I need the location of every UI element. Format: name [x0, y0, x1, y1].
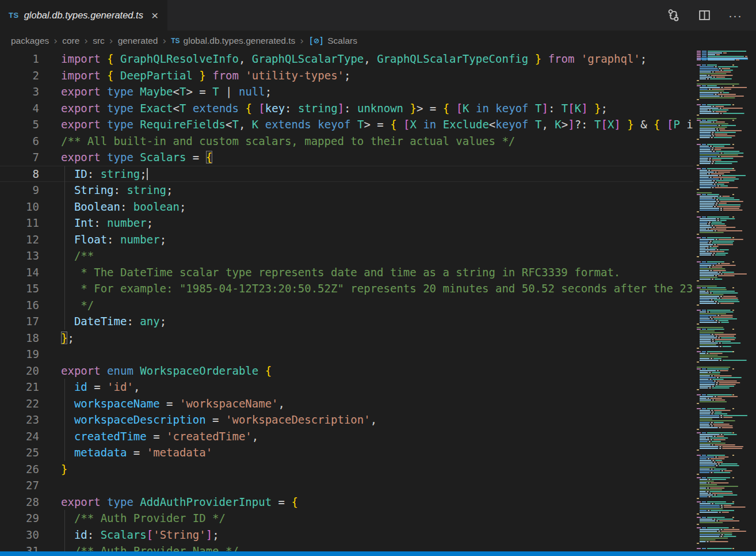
tab-bar: TS global.db.types.generated.ts ×	[0, 0, 756, 31]
code-line[interactable]: 11 Int: number;	[0, 215, 693, 231]
breadcrumb-item-core[interactable]: core	[62, 36, 79, 46]
line-number: 25	[0, 444, 39, 461]
line-number: 5	[0, 116, 39, 133]
code-line[interactable]: 29 /** Auth Provider ID */	[0, 510, 693, 527]
code-line[interactable]: 27	[0, 477, 693, 494]
code-line[interactable]: 7export type Scalars = {	[0, 149, 693, 166]
line-number: 9	[0, 182, 39, 199]
line-number: 19	[0, 346, 39, 363]
line-number: 17	[0, 313, 39, 330]
more-actions-icon[interactable]: ···	[728, 9, 742, 22]
breadcrumb-separator: ›	[84, 35, 88, 47]
code-line[interactable]: 4export type Exact<T extends { [key: str…	[0, 100, 693, 117]
line-content: workspaceName = 'workspaceName',	[61, 395, 285, 412]
line-number: 4	[0, 100, 39, 117]
code-line[interactable]: 3export type Maybe<T> = T | null;	[0, 83, 693, 100]
close-icon[interactable]: ×	[151, 9, 158, 21]
line-content: DateTime: any;	[61, 313, 166, 330]
line-content: export type AddAuthProviderInput = {	[61, 494, 298, 511]
breadcrumb-item-scalars[interactable]: [⊘] Scalars	[308, 36, 357, 46]
line-content: /** All built-in and custom scalars, map…	[61, 133, 515, 150]
code-line[interactable]: 2import { DeepPartial } from 'utility-ty…	[0, 67, 693, 84]
code-line[interactable]: 13 /**	[0, 247, 693, 264]
line-content: export type Exact<T extends { [key: stri…	[61, 100, 608, 117]
line-number: 30	[0, 527, 39, 543]
code-line[interactable]: 12 Float: number;	[0, 231, 693, 248]
line-content: import { DeepPartial } from 'utility-typ…	[61, 67, 350, 84]
line-number: 3	[0, 83, 39, 100]
code-line[interactable]: 5export type RequireFields<T, K extends …	[0, 116, 693, 133]
code-line[interactable]: 9 String: string;	[0, 182, 693, 199]
line-content: * The DateTime scalar type represents da…	[61, 264, 620, 281]
typescript-file-icon: TS	[171, 37, 180, 45]
code-line[interactable]: 22 workspaceName = 'workspaceName',	[0, 395, 693, 412]
line-content: workspaceDescription = 'workspaceDescrip…	[61, 412, 377, 428]
breadcrumb-item-generated[interactable]: generated	[118, 36, 158, 46]
line-number: 31	[0, 543, 39, 551]
line-content: Boolean: boolean;	[61, 199, 186, 215]
line-number: 7	[0, 149, 39, 166]
breadcrumb-separator: ›	[109, 35, 113, 47]
line-number: 18	[0, 330, 39, 346]
line-content: id: Scalars['String'];	[61, 527, 219, 543]
line-content: /**	[61, 247, 94, 264]
line-number: 27	[0, 477, 39, 494]
code-line[interactable]: 30 id: Scalars['String'];	[0, 527, 693, 543]
code-line[interactable]: 10 Boolean: boolean;	[0, 199, 693, 215]
code-line[interactable]: 14 * The DateTime scalar type represents…	[0, 264, 693, 281]
text-cursor	[147, 168, 148, 180]
line-number: 15	[0, 280, 39, 297]
line-content: */	[61, 297, 94, 314]
tab-global-db-types[interactable]: TS global.db.types.generated.ts ×	[0, 0, 167, 31]
breadcrumb-item-src[interactable]: src	[93, 36, 105, 46]
code-line[interactable]: 8 ID: string;	[0, 166, 693, 182]
split-editor-icon[interactable]	[697, 9, 711, 22]
line-content: id = 'id',	[61, 379, 140, 395]
editor-actions: ···	[666, 0, 756, 31]
line-content: }	[61, 461, 67, 478]
code-line[interactable]: 25 metadata = 'metadata'	[0, 444, 693, 461]
code-line[interactable]: 26}	[0, 461, 693, 478]
line-number: 10	[0, 199, 39, 215]
line-content: /** Auth Provider ID */	[61, 510, 226, 527]
code-line[interactable]: 31 /** Auth Provider Name */	[0, 543, 693, 551]
code-line[interactable]: 28export type AddAuthProviderInput = {	[0, 494, 693, 511]
line-content: ID: string;	[61, 166, 148, 182]
line-content: String: string;	[61, 182, 173, 199]
line-content: import { GraphQLResolveInfo, GraphQLScal…	[61, 51, 647, 67]
breadcrumb-separator: ›	[300, 35, 304, 47]
breadcrumb-item-file[interactable]: TS global.db.types.generated.ts	[171, 36, 295, 46]
open-changes-icon[interactable]	[666, 9, 680, 22]
code-line[interactable]: 17 DateTime: any;	[0, 313, 693, 330]
code-line[interactable]: 19	[0, 346, 693, 363]
line-content: export enum WorkspaceOrderable {	[61, 363, 272, 379]
minimap[interactable]	[697, 51, 748, 551]
line-content: Float: number;	[61, 231, 166, 248]
code-line[interactable]: 6/** All built-in and custom scalars, ma…	[0, 133, 693, 150]
line-content: Int: number;	[61, 215, 153, 231]
code-line[interactable]: 16 */	[0, 297, 693, 314]
line-number: 1	[0, 51, 39, 67]
breadcrumb-separator: ›	[162, 35, 166, 47]
tab-title: global.db.types.generated.ts	[24, 10, 143, 21]
line-number: 16	[0, 297, 39, 314]
editor: 1import { GraphQLResolveInfo, GraphQLSca…	[0, 51, 756, 551]
overview-ruler-scrollbar[interactable]	[748, 51, 756, 551]
breadcrumb-separator: ›	[54, 35, 58, 47]
line-number: 21	[0, 379, 39, 395]
line-number: 8	[0, 166, 39, 182]
code-line[interactable]: 18};	[0, 330, 693, 346]
code-line[interactable]: 21 id = 'id',	[0, 379, 693, 395]
code-line[interactable]: 23 workspaceDescription = 'workspaceDesc…	[0, 412, 693, 428]
line-content: export type RequireFields<T, K extends k…	[61, 116, 693, 133]
code-line[interactable]: 20export enum WorkspaceOrderable {	[0, 363, 693, 379]
code-lines: 1import { GraphQLResolveInfo, GraphQLSca…	[0, 51, 693, 551]
code-line[interactable]: 15 * For example: "1985-04-12T23:20:50.5…	[0, 280, 693, 297]
code-line[interactable]: 1import { GraphQLResolveInfo, GraphQLSca…	[0, 51, 693, 67]
status-bar[interactable]	[0, 551, 756, 556]
breadcrumb-item-packages[interactable]: packages	[11, 36, 49, 46]
line-number: 12	[0, 231, 39, 248]
code-line[interactable]: 24 createdTime = 'createdTime',	[0, 428, 693, 445]
line-number: 11	[0, 215, 39, 231]
typescript-file-icon: TS	[9, 11, 19, 20]
